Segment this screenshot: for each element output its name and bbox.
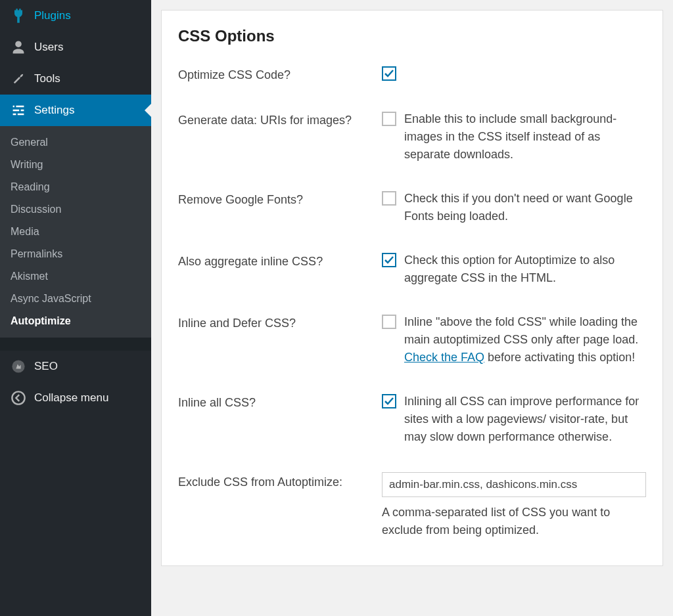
checkbox-inline-defer[interactable] <box>382 315 396 329</box>
faq-link[interactable]: Check the FAQ <box>404 351 484 364</box>
sidebar-item-label: Tools <box>34 72 60 85</box>
sidebar-spacer <box>0 338 151 351</box>
submenu-item-async-javascript[interactable]: Async JavaScript <box>0 288 151 310</box>
collapse-icon <box>11 390 26 406</box>
sidebar-item-tools[interactable]: Tools <box>0 63 151 95</box>
label-inline-all: Inline all CSS? <box>178 393 382 412</box>
settings-submenu: General Writing Reading Discussion Media… <box>0 126 151 338</box>
row-aggregate-inline: Also aggregate inline CSS? Check this op… <box>178 252 646 287</box>
submenu-item-writing[interactable]: Writing <box>0 154 151 176</box>
sliders-icon <box>11 102 26 118</box>
label-inline-defer: Inline and Defer CSS? <box>178 313 382 332</box>
sidebar-item-collapse[interactable]: Collapse menu <box>0 382 151 414</box>
svg-point-1 <box>12 391 24 404</box>
submenu-item-permalinks[interactable]: Permalinks <box>0 243 151 265</box>
exclude-css-input[interactable] <box>382 472 646 497</box>
label-remove-google-fonts: Remove Google Fonts? <box>178 190 382 209</box>
plugin-icon <box>11 8 26 24</box>
sidebar-item-label: SEO <box>34 360 58 373</box>
sidebar-item-label: Settings <box>34 104 74 117</box>
row-inline-all: Inline all CSS? Inlining all CSS can imp… <box>178 393 646 446</box>
sidebar-item-label: Plugins <box>34 9 71 22</box>
row-data-uris: Generate data: URIs for images? Enable t… <box>178 110 646 164</box>
submenu-item-discussion[interactable]: Discussion <box>0 198 151 221</box>
row-remove-google-fonts: Remove Google Fonts? Check this if you d… <box>178 190 646 225</box>
checkbox-remove-google-fonts[interactable] <box>382 191 396 206</box>
label-exclude-css: Exclude CSS from Autoptimize: <box>178 472 382 491</box>
submenu-item-reading[interactable]: Reading <box>0 176 151 198</box>
checkbox-data-uris[interactable] <box>382 112 396 126</box>
sidebar-item-seo[interactable]: SEO <box>0 351 151 382</box>
admin-sidebar: Plugins Users Tools Settings General Wri… <box>0 0 151 616</box>
sidebar-item-users[interactable]: Users <box>0 32 151 63</box>
main-content: CSS Options Optimize CSS Code? Generate … <box>151 0 673 616</box>
submenu-item-akismet[interactable]: Akismet <box>0 265 151 288</box>
checkbox-optimize-css[interactable] <box>382 66 396 81</box>
seo-icon <box>11 359 26 374</box>
wrench-icon <box>11 71 26 87</box>
desc-data-uris: Enable this to include small background-… <box>404 110 646 164</box>
css-options-panel: CSS Options Optimize CSS Code? Generate … <box>161 10 663 566</box>
sidebar-item-label: Collapse menu <box>34 391 108 405</box>
sidebar-item-settings[interactable]: Settings <box>0 95 151 126</box>
submenu-item-general[interactable]: General <box>0 131 151 154</box>
submenu-item-autoptimize[interactable]: Autoptimize <box>0 310 151 332</box>
sidebar-item-plugins[interactable]: Plugins <box>0 0 151 32</box>
desc-exclude-css: A comma-separated list of CSS you want t… <box>382 504 646 539</box>
checkbox-aggregate-inline[interactable] <box>382 253 396 267</box>
row-optimize-css: Optimize CSS Code? <box>178 65 646 84</box>
desc-remove-google-fonts: Check this if you don't need or want Goo… <box>404 190 646 225</box>
label-aggregate-inline: Also aggregate inline CSS? <box>178 252 382 271</box>
label-optimize-css: Optimize CSS Code? <box>178 65 382 84</box>
row-inline-defer: Inline and Defer CSS? Inline "above the … <box>178 313 646 366</box>
panel-title: CSS Options <box>178 27 646 45</box>
desc-inline-all: Inlining all CSS can improve performance… <box>404 393 646 446</box>
desc-inline-defer: Inline "above the fold CSS" while loadin… <box>404 313 646 366</box>
user-icon <box>11 39 26 55</box>
label-data-uris: Generate data: URIs for images? <box>178 110 382 129</box>
row-exclude-css: Exclude CSS from Autoptimize: A comma-se… <box>178 472 646 539</box>
checkbox-inline-all[interactable] <box>382 394 396 408</box>
sidebar-item-label: Users <box>34 41 63 54</box>
desc-aggregate-inline: Check this option for Autoptimize to als… <box>404 252 646 287</box>
submenu-item-media[interactable]: Media <box>0 221 151 243</box>
